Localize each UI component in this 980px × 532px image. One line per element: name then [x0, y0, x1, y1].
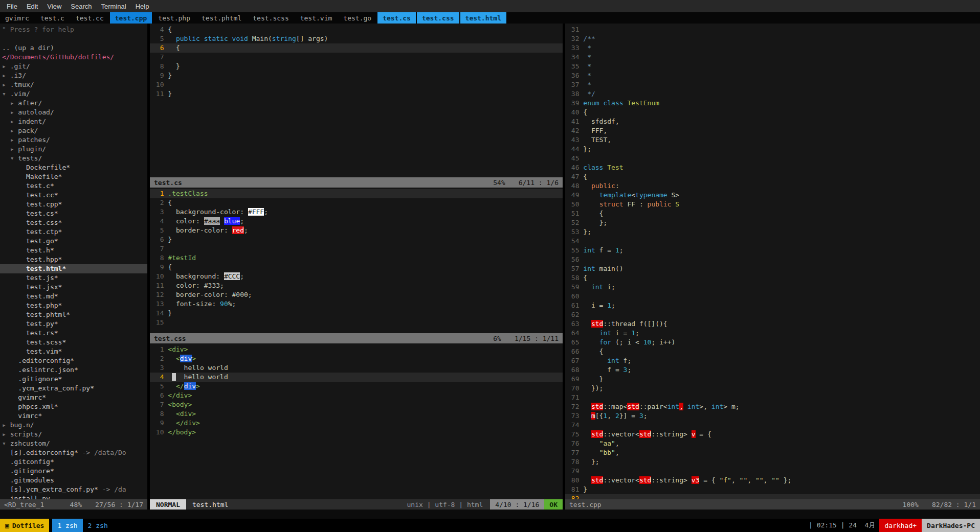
menu-item-view[interactable]: View [42, 3, 66, 10]
tree-item-s-ycm-extra-conf-py[interactable]: [s].ycm_extra_conf.py* -> /da [2, 485, 147, 494]
code-line-9[interactable]: 9 { [152, 263, 563, 272]
code-line-62[interactable]: 62 [567, 310, 980, 319]
code-line-44[interactable]: 44 }; [567, 145, 980, 154]
tab-test-php[interactable]: test.php [153, 12, 195, 24]
code-line-75[interactable]: 75 std::vector<std::string> v = { [567, 430, 980, 439]
tab-test-cs[interactable]: test.cs [377, 12, 416, 24]
code-line-5[interactable]: 5 border-color: red; [152, 226, 563, 235]
menu-item-edit[interactable]: Edit [22, 3, 42, 10]
code-line-69[interactable]: 69 } [567, 375, 980, 384]
code-line-36[interactable]: 36 * [567, 71, 980, 80]
buffer-test-cs[interactable]: 4 { 5 public static void Main(string[] a… [150, 24, 563, 177]
code-line-41[interactable]: 41 sfdsdf, [567, 117, 980, 126]
code-line-2[interactable]: 2 { [152, 198, 563, 207]
tab-gvimrc[interactable]: gvimrc [0, 12, 34, 24]
buffer-test-css[interactable]: 1 .testClass 2 { 3 background-color: #FF… [150, 188, 563, 333]
tab-test-c[interactable]: test.c [35, 12, 70, 24]
code-line-74[interactable]: 74 [567, 421, 980, 430]
tree-item-gitconfig[interactable]: .gitconfig* [2, 457, 147, 467]
code-line-50[interactable]: 50 struct FF : public S [567, 200, 980, 209]
code-line-14[interactable]: 14 } [152, 309, 563, 318]
tree-item-git[interactable]: ▸ .git/ [2, 62, 147, 71]
code-line-32[interactable]: 32 /** [567, 34, 980, 43]
tree-item-editorconfig[interactable]: .editorconfig* [2, 356, 147, 365]
code-line-31[interactable]: 31 [567, 25, 980, 34]
code-line-5[interactable]: 5 </div> [152, 382, 563, 391]
tree-item-eslintrc-json[interactable]: .eslintrc.json* [2, 365, 147, 375]
tab-test-vim[interactable]: test.vim [295, 12, 338, 24]
tree-item-plugin[interactable]: ▸ plugin/ [2, 145, 147, 154]
tree-item-patches[interactable]: ▸ patches/ [2, 135, 147, 145]
code-line-3[interactable]: 3 background-color: #FFF; [152, 207, 563, 217]
menu-item-help[interactable]: Help [131, 3, 154, 10]
tree-item-test-ctp[interactable]: test.ctp* [2, 227, 147, 237]
code-line-71[interactable]: 71 [567, 393, 980, 402]
code-line-4[interactable]: 4 hello world [150, 373, 563, 382]
code-line-9[interactable]: 9 } [152, 71, 563, 80]
tree-item-test-md[interactable]: test.md* [2, 292, 147, 301]
tab-test-css[interactable]: test.css [417, 12, 459, 24]
code-line-63[interactable]: 63 std::thread f([](){ [567, 319, 980, 329]
tree-item-test-hpp[interactable]: test.hpp* [2, 255, 147, 264]
tree-item-scripts[interactable]: ▸ scripts/ [2, 430, 147, 439]
tree-item-test-cc[interactable]: test.cc* [2, 191, 147, 200]
code-line-68[interactable]: 68 f = 3; [567, 365, 980, 375]
code-line-42[interactable]: 42 FFF, [567, 126, 980, 135]
code-line-8[interactable]: 8 } [152, 62, 563, 71]
tree-item-phpcs-xml[interactable]: phpcs.xml* [2, 402, 147, 411]
tree-item-test-php[interactable]: test.php* [2, 301, 147, 310]
code-line-58[interactable]: 58 { [567, 273, 980, 283]
tree-item-gvimrc[interactable]: gvimrc* [2, 393, 147, 402]
code-line-52[interactable]: 52 }; [567, 218, 980, 227]
tree-item-install-py[interactable]: install.py [2, 494, 147, 499]
code-line-33[interactable]: 33 * [567, 43, 980, 53]
code-line-4[interactable]: 4 color: #aaa blue; [152, 217, 563, 226]
tree-item-autoload[interactable]: ▸ autoload/ [2, 108, 147, 117]
code-line-35[interactable]: 35 * [567, 62, 980, 71]
menu-item-terminal[interactable]: Terminal [97, 3, 131, 10]
code-line-56[interactable]: 56 [567, 255, 980, 264]
tab-test-cpp[interactable]: test.cpp [110, 12, 152, 24]
code-line-48[interactable]: 48 public: [567, 181, 980, 191]
code-line-55[interactable]: 55 int f = 1; [567, 246, 980, 255]
tree-item-test-scss[interactable]: test.scss* [2, 338, 147, 347]
code-line-76[interactable]: 76 "aa", [567, 439, 980, 448]
tree-item-i3[interactable]: ▸ .i3/ [2, 71, 147, 80]
tree-item-makefile[interactable]: Makefile* [2, 172, 147, 181]
code-line-1[interactable]: 1 <div> [152, 345, 563, 354]
code-line-60[interactable]: 60 [567, 292, 980, 301]
tree-item-zshcustom[interactable]: ▾ zshcustom/ [2, 439, 147, 448]
tmux-session-chip[interactable]: ▣Dotfiles [0, 519, 49, 532]
code-line-15[interactable]: 15 [152, 318, 563, 327]
code-line-61[interactable]: 61 i = 1; [567, 301, 980, 310]
code-line-10[interactable]: 10 [152, 80, 563, 89]
code-line-80[interactable]: 80 std::vector<std::string> v3 = { "f", … [567, 476, 980, 485]
code-line-59[interactable]: 59 int i; [567, 283, 980, 292]
code-line-47[interactable]: 47 { [567, 172, 980, 181]
tmux-window-1[interactable]: 1 zsh [52, 519, 82, 532]
tree-item-dockerfile[interactable]: Dockerfile* [2, 163, 147, 172]
tree-item-test-css[interactable]: test.css* [2, 218, 147, 227]
code-line-1[interactable]: 1 .testClass [150, 189, 563, 198]
tree-item-tmux[interactable]: ▸ .tmux/ [2, 80, 147, 89]
code-line-77[interactable]: 77 "bb", [567, 448, 980, 457]
tree-item-test-jsx[interactable]: test.jsx* [2, 283, 147, 292]
tree-item-test-vim[interactable]: test.vim* [2, 347, 147, 356]
tree-item-gitmodules[interactable]: .gitmodules [2, 476, 147, 485]
tree-item-test-c[interactable]: test.c* [2, 181, 147, 191]
code-line-5[interactable]: 5 public static void Main(string[] args) [152, 34, 563, 43]
code-line-12[interactable]: 12 border-color: #000; [152, 290, 563, 299]
tab-test-phtml[interactable]: test.phtml [196, 12, 247, 24]
tree-item-s-editorconfig[interactable]: [s].editorconfig* -> /data/Do [2, 448, 147, 457]
code-line-11[interactable]: 11 } [152, 89, 563, 99]
tab-test-html[interactable]: test.html [460, 12, 506, 24]
code-line-66[interactable]: 66 { [567, 347, 980, 356]
code-line-46[interactable]: 46 class Test [567, 163, 980, 172]
code-line-79[interactable]: 79 [567, 467, 980, 476]
code-line-43[interactable]: 43 TEST, [567, 135, 980, 145]
tree-item-test-go[interactable]: test.go* [2, 237, 147, 246]
code-line-65[interactable]: 65 for (; i < 10; i++) [567, 338, 980, 347]
code-line-78[interactable]: 78 }; [567, 457, 980, 467]
code-line-73[interactable]: 73 m[{1, 2}] = 3; [567, 411, 980, 421]
code-line-7[interactable]: 7 [152, 244, 563, 253]
